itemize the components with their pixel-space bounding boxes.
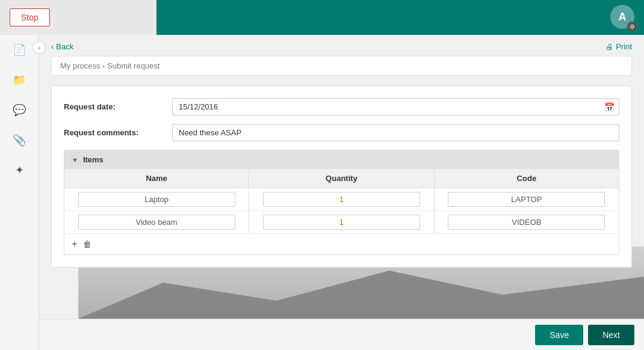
print-link[interactable]: 🖨 Print (605, 42, 632, 51)
cell-code-1 (434, 211, 619, 234)
cell-code-0 (434, 188, 619, 211)
col-quantity: Quantity (249, 169, 435, 188)
cell-name-0 (64, 188, 249, 211)
sidebar-icon-document[interactable]: 📄 (10, 41, 28, 59)
back-label: Back (56, 42, 73, 51)
sidebar-icon-folder[interactable]: 📁 (10, 71, 28, 89)
chevron-left-icon: ‹ (51, 42, 54, 51)
input-quantity-0[interactable] (263, 192, 420, 207)
table-row (64, 211, 619, 234)
nav-bar: ‹ Back 🖨 Print (51, 42, 632, 51)
print-icon: 🖨 (605, 42, 613, 51)
sidebar-icon-chat[interactable]: 💬 (10, 101, 28, 119)
table-footer: + 🗑 (64, 234, 619, 254)
form-area: ‹ Back 🖨 Print My process › Submit reque… (39, 35, 644, 319)
input-name-1[interactable] (78, 215, 235, 230)
table-header-row: Name Quantity Code (64, 169, 619, 188)
stop-button[interactable]: Stop (10, 8, 50, 26)
print-label: Print (616, 42, 632, 51)
request-comments-label: Request comments: (64, 128, 172, 137)
save-button[interactable]: Save (535, 325, 583, 345)
request-comments-row: Request comments: (64, 124, 619, 141)
gear-icon[interactable]: ⚙ (627, 22, 637, 31)
table-row (64, 188, 619, 211)
sidebar-icon-workflow[interactable]: ✦ (10, 161, 28, 179)
cell-name-1 (64, 211, 249, 234)
main-layout: › 📄 📁 💬 📎 ✦ ‹ Back 🖨 Print (0, 35, 644, 350)
col-code: Code (434, 169, 619, 188)
items-header[interactable]: ▼ Items (64, 150, 619, 169)
calendar-icon[interactable]: 📅 (604, 102, 615, 112)
top-bar: Stop A ⚙ (0, 0, 644, 35)
cell-quantity-0 (249, 188, 435, 211)
col-name: Name (64, 169, 249, 188)
request-comments-input[interactable] (172, 124, 619, 141)
sidebar-toggle[interactable]: › (33, 41, 46, 54)
request-date-label: Request date: (64, 102, 172, 111)
items-section-label: Items (83, 155, 104, 164)
sidebar-icon-attachment[interactable]: 📎 (10, 131, 28, 149)
input-code-1[interactable] (448, 215, 605, 230)
delete-item-button[interactable]: 🗑 (83, 239, 91, 249)
request-date-row: Request date: 📅 (64, 98, 619, 115)
request-date-input-wrap: 📅 (172, 98, 619, 115)
breadcrumb-path: My process › Submit request (60, 61, 159, 70)
cell-quantity-1 (249, 211, 435, 234)
bottom-bar: Save Next (39, 319, 644, 350)
items-table: Name Quantity Code (64, 169, 619, 234)
add-item-button[interactable]: + (72, 239, 77, 250)
breadcrumb: My process › Submit request (51, 56, 632, 76)
items-section: ▼ Items Name Quantity Code (64, 150, 619, 255)
input-name-0[interactable] (78, 192, 235, 207)
avatar-wrap: A ⚙ (610, 5, 634, 29)
sidebar: › 📄 📁 💬 📎 ✦ (0, 35, 39, 350)
back-link[interactable]: ‹ Back (51, 42, 73, 51)
request-date-input[interactable] (172, 98, 619, 115)
main-content: ‹ Back 🖨 Print My process › Submit reque… (39, 35, 644, 350)
next-button[interactable]: Next (588, 325, 634, 345)
chevron-down-icon: ▼ (72, 156, 78, 164)
form-card: Request date: 📅 Request comments: ▼ Item (51, 85, 632, 268)
input-code-0[interactable] (448, 192, 605, 207)
input-quantity-1[interactable] (263, 215, 420, 230)
